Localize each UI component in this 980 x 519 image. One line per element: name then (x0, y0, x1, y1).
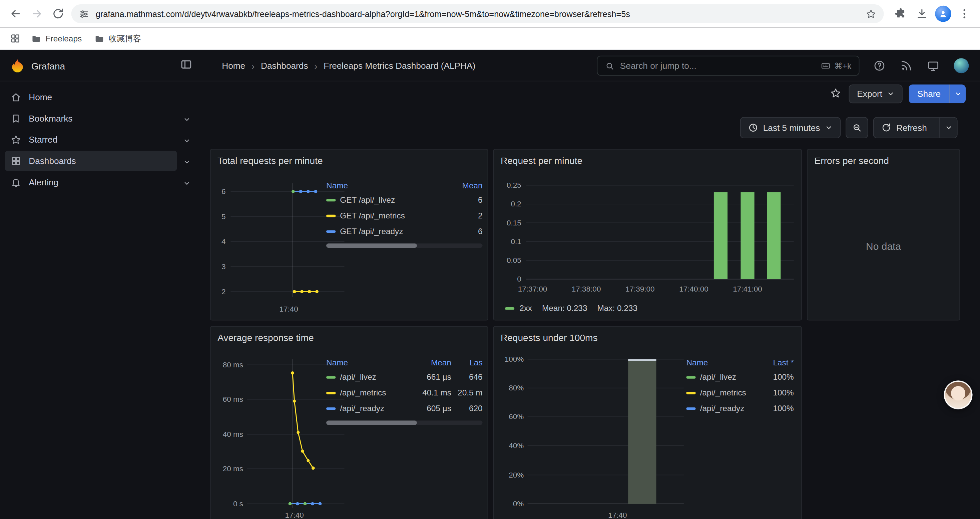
series-swatch (686, 391, 695, 394)
chevron-down-icon[interactable] (183, 157, 191, 164)
clock-icon (748, 123, 758, 133)
scrollbar-thumb[interactable] (326, 420, 417, 425)
home-icon (11, 92, 21, 102)
series-name[interactable]: /api/_metrics (340, 388, 386, 398)
share-split-button: Share (908, 85, 966, 103)
legend-scrollbar[interactable] (326, 420, 482, 425)
refresh-interval-button[interactable] (939, 118, 957, 137)
help-button[interactable] (873, 59, 886, 72)
time-range-label: Last 5 minutes (763, 123, 820, 133)
zoom-out-button[interactable] (846, 117, 868, 138)
export-button[interactable]: Export (849, 85, 902, 103)
profile-button[interactable] (932, 3, 954, 24)
sidebar-item-dashboards[interactable]: Dashboards (0, 150, 199, 172)
x-tick: 17:40 (596, 511, 640, 519)
bookmark-star-icon[interactable] (865, 8, 876, 19)
series-name[interactable]: /api/_readyz (700, 404, 745, 413)
legend-header-last[interactable]: Las (451, 358, 483, 367)
legend-header-name[interactable]: Name (686, 358, 759, 367)
sidebar-item-label: Home (29, 92, 52, 102)
address-bar[interactable]: grafana.mathmast.com/d/deytv4rwavabkb/fr… (72, 4, 884, 23)
series-mean: 605 µs (407, 404, 451, 413)
legend-header-name[interactable]: Name (326, 358, 407, 367)
search-box[interactable]: ⌘+k (597, 56, 859, 76)
sidebar-item-bookmarks[interactable]: Bookmarks (0, 107, 199, 129)
legend-scrollbar[interactable] (326, 243, 482, 248)
panel-title[interactable]: Total requests per minute (218, 155, 487, 166)
profile-avatar (935, 6, 951, 22)
sidebar-item-label: Alerting (29, 177, 58, 187)
series-swatch (505, 307, 514, 309)
x-tick: 17:40:00 (672, 285, 716, 294)
series-mean: Mean: 0.233 (542, 303, 587, 313)
series-name[interactable]: /api/_readyz (340, 404, 384, 413)
share-label: Share (917, 89, 941, 99)
sidebar-item-starred[interactable]: Starred (0, 129, 199, 150)
refresh-button[interactable]: Refresh (874, 118, 935, 137)
series-name[interactable]: 2xx (519, 303, 532, 313)
legend-header-mean[interactable]: Mean (448, 181, 483, 190)
dashboards-grid-icon (11, 156, 21, 166)
time-range-picker[interactable]: Last 5 minutes (740, 117, 841, 138)
x-tick: 17:41:00 (725, 285, 769, 294)
keyboard-icon (821, 61, 830, 71)
downloads-button[interactable] (911, 3, 932, 24)
chevron-down-icon[interactable] (183, 115, 191, 122)
reload-button[interactable] (48, 3, 69, 24)
panel-title[interactable]: Errors per second (815, 155, 960, 166)
series-mean: 6 (448, 227, 483, 236)
arrow-left-icon (10, 7, 22, 20)
sidebar-item-label: Dashboards (29, 156, 76, 166)
sidebar-item-label: Starred (29, 134, 57, 145)
search-shortcut: ⌘+k (821, 61, 851, 71)
floating-assistant-avatar[interactable] (943, 380, 972, 409)
scrollbar-thumb[interactable] (326, 243, 417, 248)
share-menu-button[interactable] (949, 85, 966, 103)
site-settings-icon[interactable] (79, 8, 89, 19)
browser-menu-button[interactable] (954, 3, 975, 24)
series-name[interactable]: /api/_metrics (700, 388, 746, 398)
series-last: 620 (451, 404, 483, 413)
sidebar-toggle-button[interactable] (180, 58, 195, 73)
breadcrumb-home[interactable]: Home (222, 61, 245, 71)
bookmark-label: 收藏博客 (109, 33, 141, 44)
sidebar-item-alerting[interactable]: Alerting (0, 171, 199, 193)
breadcrumb-dashboards[interactable]: Dashboards (261, 61, 308, 71)
apps-grid-button[interactable] (6, 30, 24, 47)
sidebar-item-home[interactable]: Home (0, 86, 199, 108)
user-avatar[interactable] (954, 58, 969, 73)
legend-header-last[interactable]: Last * (759, 358, 794, 367)
forward-button[interactable] (26, 3, 48, 24)
breadcrumb-separator: › (251, 61, 255, 71)
bar-chart (499, 175, 797, 322)
display-button[interactable] (927, 59, 939, 72)
series-name[interactable]: GET /api/_metrics (340, 211, 405, 220)
series-name[interactable]: GET /api/_livez (340, 195, 395, 205)
series-name[interactable]: GET /api/_readyz (340, 227, 403, 236)
extensions-button[interactable] (890, 3, 911, 24)
panel-title[interactable]: Average response time (218, 332, 487, 343)
x-tick: 17:40 (272, 511, 316, 519)
url-text: grafana.mathmast.com/d/deytv4rwavabkb/fr… (96, 9, 866, 18)
series-swatch (686, 407, 695, 409)
panel-title[interactable]: Requests under 100ms (501, 332, 801, 343)
news-button[interactable] (900, 59, 912, 72)
chevron-down-icon[interactable] (183, 136, 191, 143)
panel-title[interactable]: Request per minute (501, 155, 801, 166)
refresh-group: Refresh (873, 117, 958, 138)
legend-header-mean[interactable]: Mean (407, 358, 451, 367)
share-button[interactable]: Share (908, 85, 949, 103)
grafana-logo-link[interactable]: Grafana (10, 50, 65, 81)
bookmark-folder-blogs[interactable]: 收藏博客 (89, 30, 146, 47)
legend-row: /api/_metrics 40.1 ms 20.5 m (326, 385, 482, 401)
chevron-down-icon[interactable] (183, 178, 191, 186)
star-icon (11, 134, 21, 145)
bookmark-folder-freeleaps[interactable]: Freeleaps (26, 31, 87, 46)
series-name[interactable]: /api/_livez (700, 372, 736, 382)
search-input[interactable] (620, 61, 821, 71)
legend-header-name[interactable]: Name (326, 181, 448, 190)
monitor-icon (927, 59, 939, 72)
back-button[interactable] (5, 3, 26, 24)
favorite-star-button[interactable] (830, 88, 843, 100)
series-name[interactable]: /api/_livez (340, 372, 376, 382)
